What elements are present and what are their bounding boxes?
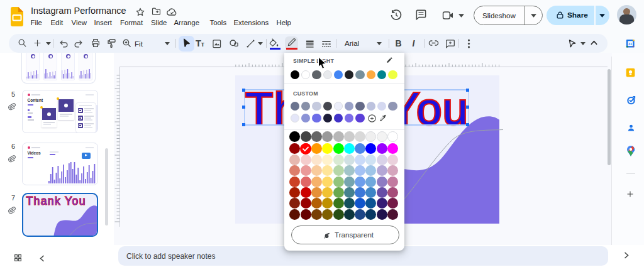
svg-text:31: 31 [628,42,632,46]
